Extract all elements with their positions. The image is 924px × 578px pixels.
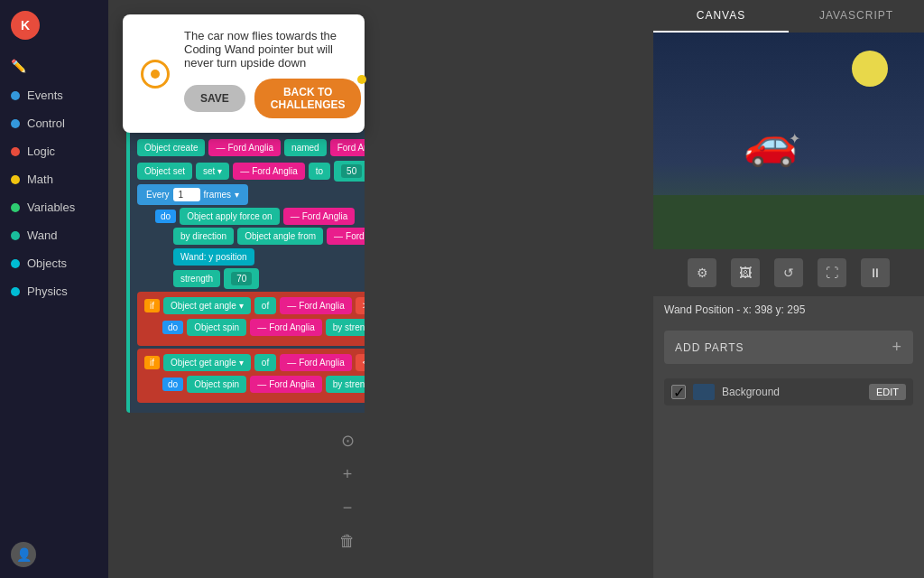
- object-get-angle-1[interactable]: Object get angle ▾: [163, 297, 251, 314]
- set-dropdown[interactable]: set ▾: [196, 163, 229, 180]
- user-icon[interactable]: 👤: [11, 542, 36, 567]
- by-direction-block: by direction: [173, 228, 234, 245]
- if-section-2: if Object get angle ▾ of — Ford Anglia <…: [137, 349, 365, 403]
- ford-anglia-block-1[interactable]: — Ford Anglia: [208, 139, 281, 156]
- background-label: Background: [722, 386, 862, 398]
- background-thumbnail: [693, 384, 715, 400]
- strength-label: strength: [173, 270, 220, 287]
- objects-dot: [11, 259, 20, 268]
- object-create-row: Object create — Ford Anglia named Ford A…: [137, 137, 365, 158]
- sidebar: K ✏️ Events Control Logic Math Variables…: [0, 0, 108, 578]
- math-dot: [11, 175, 20, 184]
- notification-icon: [141, 60, 170, 89]
- notification-text: The car now flies towards the Coding Wan…: [184, 29, 361, 70]
- settings-button[interactable]: ⚙: [688, 258, 716, 287]
- variables-label: Variables: [27, 200, 75, 214]
- preview-moon: [852, 51, 888, 87]
- strength-row: strength 70: [173, 268, 365, 289]
- strength-value[interactable]: 70: [224, 268, 259, 289]
- fullscreen-button[interactable]: ⛶: [818, 258, 846, 287]
- to-block: to: [309, 163, 330, 180]
- parts-list: ✓ Background EDIT: [653, 371, 924, 416]
- do-label: do: [155, 210, 176, 223]
- objects-label: Objects: [27, 256, 67, 270]
- panel-preview-controls: ⚙ 🖼 ↺ ⛶ ⏸: [653, 249, 924, 296]
- to-value[interactable]: 50: [334, 161, 365, 182]
- sidebar-item-wand[interactable]: Wand: [0, 221, 108, 249]
- ford-anglia-if1[interactable]: — Ford Anglia: [280, 297, 352, 314]
- main-area: The car now flies towards the Coding Wan…: [108, 0, 653, 578]
- wand-label: Wand: [27, 228, 57, 242]
- object-get-angle-2[interactable]: Object get angle ▾: [163, 354, 251, 371]
- if-label-1: if: [144, 299, 160, 312]
- control-label: Control: [27, 117, 65, 130]
- add-parts-plus-icon: +: [892, 338, 902, 357]
- background-checkbox[interactable]: ✓: [671, 385, 686, 399]
- sidebar-item-control[interactable]: Control: [0, 109, 108, 137]
- blocks-container: when App starts Object create — Ford Ang…: [117, 99, 365, 422]
- ford-anglia-force[interactable]: — Ford Anglia: [283, 208, 356, 225]
- tab-canvas[interactable]: CANVAS: [653, 0, 789, 33]
- trash-icon[interactable]: 🗑: [339, 532, 356, 551]
- gt-sign-1: >: [356, 297, 365, 314]
- do-label-3: do: [162, 378, 183, 391]
- apply-force-block[interactable]: Object apply force on: [180, 208, 280, 225]
- logic-label: Logic: [27, 144, 55, 158]
- by-strength-2: by strength: [326, 376, 365, 393]
- object-spin-2[interactable]: Object spin: [187, 376, 246, 393]
- add-parts-button[interactable]: ADD PARTS +: [664, 331, 913, 364]
- of-label-1: of: [254, 297, 276, 314]
- back-to-challenges-button[interactable]: BACK TO CHALLENGES: [254, 79, 362, 118]
- sidebar-item-events[interactable]: Events: [0, 81, 108, 109]
- math-label: Math: [27, 172, 53, 186]
- save-button[interactable]: SAVE: [184, 85, 245, 112]
- every-block[interactable]: Every 1 frames ▾: [137, 184, 248, 205]
- sidebar-item-physics[interactable]: Physics: [0, 277, 108, 305]
- ford-anglia-set[interactable]: — Ford Anglia: [233, 163, 305, 180]
- ford-anglia-block-2[interactable]: Ford Anglia: [330, 139, 365, 156]
- ford-anglia-if2[interactable]: — Ford Anglia: [280, 354, 352, 371]
- if-row-1: if Object get angle ▾ of — Ford Anglia >…: [144, 297, 365, 314]
- image-button[interactable]: 🖼: [731, 258, 760, 287]
- notification-content: The car now flies towards the Coding Wan…: [184, 29, 361, 118]
- do-spin-row-2: do Object spin — Ford Anglia by strength…: [162, 374, 365, 395]
- background-part-item: ✓ Background EDIT: [664, 378, 913, 406]
- canvas-preview: ✦ 🚗: [653, 33, 924, 249]
- ford-anglia-spin1[interactable]: — Ford Anglia: [250, 319, 322, 336]
- sidebar-item-objects[interactable]: Objects: [0, 249, 108, 277]
- add-parts-label: ADD PARTS: [675, 341, 744, 354]
- canvas-controls: ⊙ + − 🗑: [339, 431, 356, 551]
- reset-button[interactable]: ↺: [774, 258, 803, 287]
- app-logo[interactable]: K: [11, 11, 40, 40]
- tab-javascript[interactable]: JAVASCRIPT: [789, 0, 924, 33]
- by-strength-1: by strength: [326, 319, 365, 336]
- object-set-block[interactable]: Object set: [137, 163, 192, 180]
- named-block: named: [284, 139, 327, 156]
- object-angle-block[interactable]: Object angle from: [237, 228, 323, 245]
- sidebar-item-logic[interactable]: Logic: [0, 137, 108, 165]
- sidebar-item-math[interactable]: Math: [0, 165, 108, 193]
- physics-label: Physics: [27, 284, 68, 298]
- do-spin-row-1: do Object spin — Ford Anglia by strength…: [162, 317, 365, 338]
- sidebar-item-variables[interactable]: Variables: [0, 193, 108, 221]
- by-direction-row: by direction Object angle from — Ford An…: [173, 228, 365, 266]
- object-create-block[interactable]: Object create: [137, 139, 205, 156]
- events-dot: [11, 91, 20, 100]
- variables-dot: [11, 203, 20, 212]
- of-label-2: of: [254, 354, 276, 371]
- pause-button[interactable]: ⏸: [861, 258, 890, 287]
- ford-anglia-angle[interactable]: — Ford Anglia: [327, 228, 365, 245]
- panel-tabs: CANVAS JAVASCRIPT: [653, 0, 924, 33]
- edit-button[interactable]: EDIT: [869, 384, 906, 400]
- target-icon[interactable]: ⊙: [341, 431, 355, 451]
- wand-position-display: Wand Position - x: 398 y: 295: [653, 296, 924, 323]
- wand-dot: [11, 231, 20, 240]
- ford-anglia-spin2[interactable]: — Ford Anglia: [250, 376, 322, 393]
- zoom-in-icon[interactable]: +: [343, 465, 353, 484]
- zoom-out-icon[interactable]: −: [343, 499, 353, 517]
- object-spin-1[interactable]: Object spin: [187, 319, 246, 336]
- wand-y-block[interactable]: Wand: y position: [173, 248, 254, 266]
- physics-dot: [11, 287, 20, 296]
- events-label: Events: [27, 89, 63, 102]
- logic-dot: [11, 147, 20, 156]
